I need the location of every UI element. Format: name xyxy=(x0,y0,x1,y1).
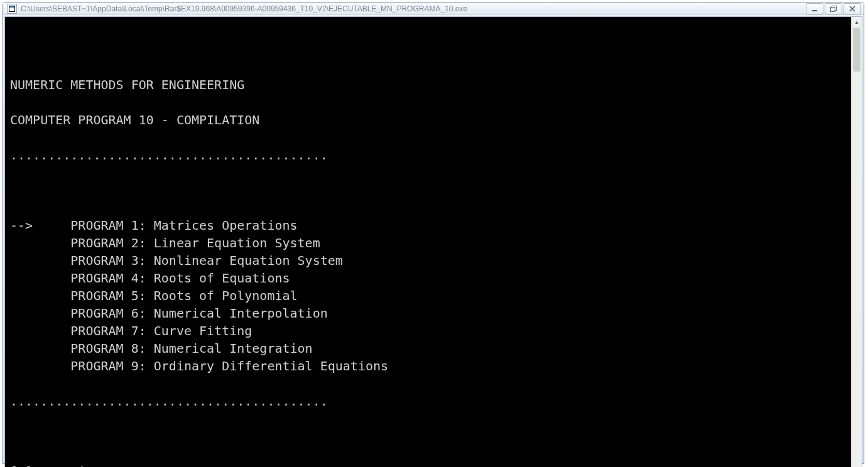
maximize-button[interactable] xyxy=(825,3,842,14)
app-window: C:\Users\SEBAST~1\AppData\Local\Temp\Rar… xyxy=(3,3,864,464)
program-menu-item-5[interactable]: PROGRAM 5: Roots of Polynomial xyxy=(10,287,846,304)
blank-line xyxy=(10,41,846,58)
blank-line xyxy=(10,427,846,445)
window-title: C:\Users\SEBAST~1\AppData\Local\Temp\Rar… xyxy=(21,4,806,13)
program-menu-item-2[interactable]: PROGRAM 2: Linear Equation System xyxy=(10,234,846,252)
scroll-thumb[interactable] xyxy=(853,28,860,72)
console-app-icon xyxy=(7,4,17,14)
vertical-scrollbar[interactable]: ▲ ▼ xyxy=(851,17,862,467)
minimize-button[interactable] xyxy=(806,3,823,14)
window-controls xyxy=(806,3,861,14)
separator-bottom: ........................................… xyxy=(10,392,846,410)
svg-rect-5 xyxy=(831,8,835,12)
program-menu-item-1[interactable]: --> PROGRAM 1: Matrices Operations xyxy=(10,217,846,234)
svg-rect-3 xyxy=(812,10,817,11)
close-button[interactable] xyxy=(844,3,861,14)
console-output[interactable]: NUMERIC METHODS FOR ENGINEERING COMPUTER… xyxy=(5,17,851,467)
scroll-up-arrow-icon[interactable]: ▲ xyxy=(852,17,862,28)
scroll-track[interactable] xyxy=(852,28,862,467)
program-menu: --> PROGRAM 1: Matrices Operations PROGR… xyxy=(10,217,846,375)
program-menu-item-3[interactable]: PROGRAM 3: Nonlinear Equation System xyxy=(10,252,846,269)
blank-line xyxy=(10,181,846,199)
key-hint-0: [x] Exit xyxy=(10,463,846,467)
header-line-1: NUMERIC METHODS FOR ENGINEERING xyxy=(10,76,846,94)
titlebar[interactable]: C:\Users\SEBAST~1\AppData\Local\Temp\Rar… xyxy=(3,3,864,15)
client-area: NUMERIC METHODS FOR ENGINEERING COMPUTER… xyxy=(4,16,862,467)
program-menu-item-4[interactable]: PROGRAM 4: Roots of Equations xyxy=(10,269,846,287)
program-menu-item-7[interactable]: PROGRAM 7: Curve Fitting xyxy=(10,322,846,340)
program-menu-item-6[interactable]: PROGRAM 6: Numerical Interpolation xyxy=(10,304,846,322)
header-line-2: COMPUTER PROGRAM 10 - COMPILATION xyxy=(10,111,846,129)
svg-rect-2 xyxy=(9,6,14,8)
program-menu-item-8[interactable]: PROGRAM 8: Numerical Integration xyxy=(10,340,846,357)
key-hints: [x] Exit[u/d] Navigate[k] Enter function xyxy=(10,463,846,467)
separator-top: ........................................… xyxy=(10,146,846,164)
program-menu-item-9[interactable]: PROGRAM 9: Ordinary Differential Equatio… xyxy=(10,357,846,375)
